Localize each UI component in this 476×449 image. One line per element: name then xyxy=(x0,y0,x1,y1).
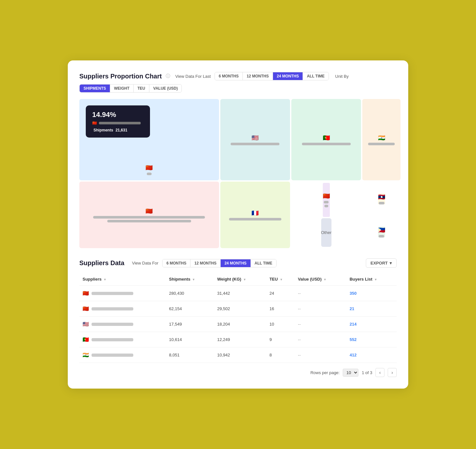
unit-label: Unit By xyxy=(335,74,349,79)
cell-1-flag: 🇨🇳 xyxy=(145,164,153,171)
table-time-all[interactable]: ALL TIME xyxy=(251,259,276,267)
buyers-cell-1[interactable]: 21 xyxy=(346,301,397,317)
sort-icon-buyers: ▾ xyxy=(375,278,376,281)
treemap-cell-5[interactable]: 🇨🇳 xyxy=(79,182,219,248)
col-suppliers[interactable]: Suppliers ▾ xyxy=(79,273,166,286)
col-weight[interactable]: Weight (KG) ▾ xyxy=(214,273,266,286)
cell-5-flag: 🇨🇳 xyxy=(145,208,153,215)
export-label: EXPORT xyxy=(371,261,388,265)
cell-7-name xyxy=(324,201,329,203)
other-cell: Other xyxy=(321,218,332,247)
buyers-cell-2[interactable]: 214 xyxy=(346,317,397,332)
chart-time-24m[interactable]: 24 MONTHS xyxy=(273,72,303,80)
treemap-cell-7[interactable]: 🇨🇳 Other xyxy=(291,182,361,248)
treemap-cell-3[interactable]: 🇵🇹 xyxy=(291,99,361,180)
tooltip-name-blur xyxy=(99,122,141,124)
sort-icon-teu: ▾ xyxy=(280,278,282,281)
sort-icon-suppliers: ▾ xyxy=(104,278,106,281)
treemap-cell-8[interactable]: 🇱🇦 🇵🇭 xyxy=(362,182,401,248)
tooltip-name: 🇨🇳 xyxy=(92,121,144,125)
col-teu[interactable]: TEU ▾ xyxy=(266,273,295,286)
unit-value[interactable]: VALUE (USD) xyxy=(149,85,181,92)
pagination: Rows per page: 10 20 50 1 of 3 ‹ › xyxy=(79,368,397,377)
info-icon[interactable]: ⓘ xyxy=(166,73,170,79)
treemap-cell-2[interactable]: 🇺🇸 xyxy=(220,99,290,180)
chart-time-btn-group: 6 MONTHS 12 MONTHS 24 MONTHS ALL TIME xyxy=(215,72,329,80)
sort-icon-value: ▾ xyxy=(324,278,326,281)
weight-cell-2: 18,204 xyxy=(214,317,266,332)
cell-6-name xyxy=(229,218,281,220)
cell-2-name xyxy=(231,143,279,145)
tooltip: 14.94% 🇨🇳 Shipments 21,631 xyxy=(86,105,150,138)
weight-cell-4: 10,942 xyxy=(214,347,266,363)
supplier-name-0 xyxy=(92,292,133,295)
treemap-cell-8a[interactable]: 🇱🇦 xyxy=(378,193,385,204)
teu-cell-0: 24 xyxy=(266,286,295,301)
cell-1-content: 🇨🇳 xyxy=(145,164,153,180)
treemap-cell-1[interactable]: 14.94% 🇨🇳 Shipments 21,631 🇨🇳 xyxy=(79,99,219,180)
table-body: 🇨🇳 280,430 31,442 24 -- 350 🇨🇳 62,154 29… xyxy=(79,286,397,363)
table-header-row: Suppliers ▾ Shipments ▾ Weight (KG) ▾ TE… xyxy=(79,273,397,286)
table-time-6m[interactable]: 6 MONTHS xyxy=(163,259,190,267)
chart-header: Suppliers Proportion Chart ⓘ View Data F… xyxy=(79,72,397,93)
buyers-cell-4[interactable]: 412 xyxy=(346,347,397,363)
cell-3-name xyxy=(302,143,351,145)
cell-7-flag: 🇨🇳 xyxy=(323,193,330,200)
export-button[interactable]: EXPORT ▾ xyxy=(366,258,397,268)
table-view-label: View Data For xyxy=(132,261,158,265)
rows-per-page-label: Rows per page: xyxy=(310,370,339,375)
value-cell-3: -- xyxy=(295,332,347,347)
chart-time-all[interactable]: ALL TIME xyxy=(303,72,328,80)
cell-8b-flag: 🇵🇭 xyxy=(378,227,385,234)
tooltip-shipments: Shipments 21,631 xyxy=(92,128,144,132)
main-card: Suppliers Proportion Chart ⓘ View Data F… xyxy=(68,60,408,389)
unit-shipments[interactable]: SHIPMENTS xyxy=(80,85,110,92)
table-time-24m[interactable]: 24 MONTHS xyxy=(221,259,251,267)
buyers-cell-3[interactable]: 552 xyxy=(346,332,397,347)
chart-title: Suppliers Proportion Chart xyxy=(79,73,162,80)
treemap: 14.94% 🇨🇳 Shipments 21,631 🇨🇳 🇺 xyxy=(79,99,397,247)
sort-icon-shipments: ▾ xyxy=(193,278,194,281)
unit-weight[interactable]: WEIGHT xyxy=(110,85,134,92)
supplier-cell-0: 🇨🇳 xyxy=(79,286,166,301)
table-time-12m[interactable]: 12 MONTHS xyxy=(190,259,221,267)
shipments-cell-0: 280,430 xyxy=(166,286,214,301)
cell-8a-flag: 🇱🇦 xyxy=(378,193,385,201)
rows-per-page-select[interactable]: 10 20 50 xyxy=(343,369,358,377)
table-section: Suppliers Data View Data For 6 MONTHS 12… xyxy=(79,258,397,377)
treemap-cell-8b[interactable]: 🇵🇭 xyxy=(378,227,385,238)
supplier-cell-2: 🇺🇸 xyxy=(79,317,166,332)
col-value[interactable]: Value (USD) ▾ xyxy=(295,273,347,286)
cell-4-flag: 🇮🇳 xyxy=(378,134,385,141)
teu-cell-4: 8 xyxy=(266,347,295,363)
teu-cell-3: 9 xyxy=(266,332,295,347)
supplier-flag-2: 🇺🇸 xyxy=(83,321,89,327)
col-buyers[interactable]: Buyers List ▾ xyxy=(346,273,397,286)
buyers-cell-0[interactable]: 350 xyxy=(346,286,397,301)
chart-time-12m[interactable]: 12 MONTHS xyxy=(243,72,273,80)
cell-5-name xyxy=(93,216,205,219)
treemap-cell-4[interactable]: 🇮🇳 xyxy=(362,99,401,180)
shipments-cell-1: 62,154 xyxy=(166,301,214,317)
weight-cell-3: 12,249 xyxy=(214,332,266,347)
supplier-cell-1: 🇨🇳 xyxy=(79,301,166,317)
next-page-button[interactable]: › xyxy=(388,368,397,377)
tooltip-flag: 🇨🇳 xyxy=(92,121,97,125)
chart-time-6m[interactable]: 6 MONTHS xyxy=(215,72,243,80)
col-shipments[interactable]: Shipments ▾ xyxy=(166,273,214,286)
cell-4-name xyxy=(368,143,395,145)
unit-teu[interactable]: TEU xyxy=(134,85,149,92)
cell-2-flag: 🇺🇸 xyxy=(251,134,259,141)
table-row: 🇮🇳 8,051 10,942 8 -- 412 xyxy=(79,347,397,363)
value-cell-1: -- xyxy=(295,301,347,317)
supplier-cell-3: 🇵🇹 xyxy=(79,332,166,347)
sort-icon-weight: ▾ xyxy=(244,278,245,281)
value-cell-4: -- xyxy=(295,347,347,363)
chart-unit-btn-group: SHIPMENTS WEIGHT TEU VALUE (USD) xyxy=(79,84,182,93)
supplier-cell-4: 🇮🇳 xyxy=(79,347,166,363)
cell-8a-name xyxy=(379,202,384,204)
prev-page-button[interactable]: ‹ xyxy=(375,368,384,377)
treemap-cell-6[interactable]: 🇫🇷 xyxy=(220,182,290,248)
teu-cell-1: 16 xyxy=(266,301,295,317)
cell-5-name2 xyxy=(107,220,191,222)
